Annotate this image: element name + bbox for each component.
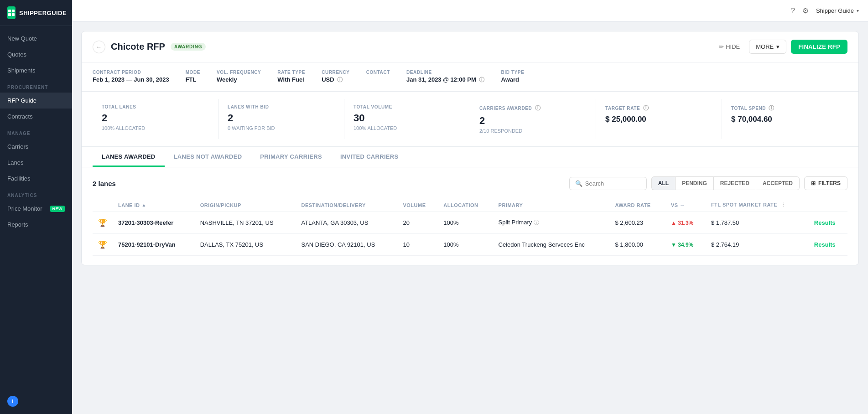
sidebar-item-price-monitor[interactable]: Price Monitor NEW [0, 201, 72, 217]
row-award-rate-2: $ 1,800.00 [609, 234, 665, 256]
th-lane-id: LANE ID ▲ [113, 198, 195, 212]
filters-button[interactable]: ⊞ FILTERS [804, 176, 847, 190]
th-destination: DESTINATION/DELIVERY [296, 198, 397, 212]
stat-total-spend: TOTAL SPEND ⓘ $ 70,004.60 [722, 99, 847, 139]
meta-deadline: DEADLINE Jan 31, 2023 @ 12:00 PM ⓘ [406, 70, 485, 84]
stat-total-volume: TOTAL VOLUME 30 100% ALLOCATED [344, 99, 470, 139]
row-volume-2: 10 [397, 234, 438, 256]
column-menu-icon[interactable]: ⋮ [781, 202, 786, 207]
sidebar-nav: New Quote Quotes Shipments PROCUREMENT R… [0, 26, 72, 396]
filter-rejected-button[interactable]: REJECTED [713, 176, 756, 190]
section-procurement: PROCUREMENT [0, 78, 72, 93]
stat-lanes-with-bid: LANES WITH BID 2 0 WAITING FOR BID [218, 99, 344, 139]
split-primary-info-icon[interactable]: ⓘ [534, 219, 539, 226]
rfp-card: ← Chicote RFP AWARDING ✏ HIDE MORE ▾ FIN… [81, 31, 859, 265]
finalize-rfp-button[interactable]: FINALIZE RFP [791, 40, 847, 54]
settings-icon[interactable]: ⚙ [802, 6, 809, 15]
th-volume: VOLUME [397, 198, 438, 212]
chevron-down-icon: ▾ [857, 8, 859, 13]
info-icon[interactable]: i [7, 396, 18, 407]
th-actions [809, 198, 847, 212]
search-icon: 🔍 [575, 180, 582, 187]
page-content: ← Chicote RFP AWARDING ✏ HIDE MORE ▾ FIN… [72, 22, 868, 414]
trophy-icon: 🏆 [98, 219, 107, 227]
th-award-rate: AWARD RATE [609, 198, 665, 212]
help-icon[interactable]: ? [791, 7, 795, 15]
topbar: ? ⚙ Shipper Guide ▾ [72, 0, 868, 22]
lanes-table: LANE ID ▲ ORIGIN/PICKUP DESTINATION/DELI… [93, 198, 847, 256]
th-ftl-spot: FTL SPOT MARKET RATE ⋮ [706, 198, 809, 212]
filter-pending-button[interactable]: PENDING [675, 176, 713, 190]
tab-lanes-not-awarded[interactable]: LANES NOT AWARDED [165, 147, 251, 167]
sidebar: SHIPPERGUIDE New Quote Quotes Shipments … [0, 0, 72, 414]
more-button[interactable]: MORE ▾ [749, 40, 786, 54]
target-rate-info-icon[interactable]: ⓘ [643, 105, 649, 111]
rfp-header-actions: ✏ HIDE MORE ▾ FINALIZE RFP [714, 40, 847, 54]
sidebar-item-shipments[interactable]: Shipments [0, 62, 72, 78]
row-ftl-1: $ 1,787.50 [706, 212, 809, 234]
row-origin-1: NASHVILLE, TN 37201, US [195, 212, 296, 234]
meta-contact: CONTACT [366, 70, 390, 76]
user-menu[interactable]: Shipper Guide ▾ [816, 7, 859, 14]
row-vs-2: ▼ 34.9% [665, 234, 706, 256]
chevron-down-icon: ▾ [776, 43, 780, 50]
sidebar-item-quotes[interactable]: Quotes [0, 47, 72, 62]
section-manage: MANAGE [0, 124, 72, 139]
sidebar-item-facilities[interactable]: Facilities [0, 171, 72, 186]
sidebar-item-carriers[interactable]: Carriers [0, 139, 72, 155]
row-destination-2: SAN DIEGO, CA 92101, US [296, 234, 397, 256]
sort-icon: ▲ [142, 202, 146, 207]
sidebar-item-reports[interactable]: Reports [0, 217, 72, 233]
tab-invited-carriers[interactable]: INVITED CARRIERS [331, 147, 408, 167]
currency-info-icon[interactable]: ⓘ [337, 77, 343, 83]
total-spend-info-icon[interactable]: ⓘ [769, 105, 774, 111]
back-button[interactable]: ← [93, 41, 105, 53]
trophy-icon: 🏆 [98, 241, 107, 248]
table-row: 🏆 37201-30303-Reefer NASHVILLE, TN 37201… [93, 212, 847, 234]
tab-primary-carriers[interactable]: PRIMARY CARRIERS [251, 147, 331, 167]
sidebar-item-lanes[interactable]: Lanes [0, 155, 72, 171]
tabs-row: LANES AWARDED LANES NOT AWARDED PRIMARY … [82, 147, 858, 167]
sidebar-item-new-quote[interactable]: New Quote [0, 31, 72, 47]
main-area: ? ⚙ Shipper Guide ▾ ← Chicote RFP AWARDI… [72, 0, 868, 414]
app-logo: SHIPPERGUIDE [0, 0, 72, 26]
table-header: LANE ID ▲ ORIGIN/PICKUP DESTINATION/DELI… [93, 198, 847, 212]
row-origin-2: DALLAS, TX 75201, US [195, 234, 296, 256]
row-trophy-1: 🏆 [93, 212, 113, 234]
row-vs-1: ▲ 31.3% [665, 212, 706, 234]
meta-currency: CURRENCY USD ⓘ [322, 70, 349, 84]
row-action-1[interactable]: Results [809, 212, 847, 234]
rfp-title: Chicote RFP [111, 41, 165, 52]
sidebar-item-contracts[interactable]: Contracts [0, 109, 72, 124]
results-link-2[interactable]: Results [814, 241, 836, 248]
deadline-info-icon[interactable]: ⓘ [479, 77, 484, 83]
stat-total-lanes: TOTAL LANES 2 100% ALLOCATED [93, 99, 218, 139]
svg-rect-1 [12, 10, 15, 12]
table-area: 2 lanes 🔍 ALL PENDING REJECTED ACCEPTED [82, 167, 858, 265]
new-badge: NEW [50, 206, 65, 212]
table-body: 🏆 37201-30303-Reefer NASHVILLE, TN 37201… [93, 212, 847, 256]
carriers-info-icon[interactable]: ⓘ [535, 105, 541, 111]
search-input[interactable] [585, 180, 641, 187]
filter-all-button[interactable]: ALL [651, 176, 675, 190]
sidebar-item-rfp-guide[interactable]: RFP Guide [0, 93, 72, 109]
filter-accepted-button[interactable]: ACCEPTED [756, 176, 800, 190]
hide-button[interactable]: ✏ HIDE [714, 41, 744, 53]
svg-rect-0 [8, 10, 11, 12]
row-lane-id-1: 37201-30303-Reefer [113, 212, 195, 234]
rfp-status-badge: AWARDING [171, 43, 206, 51]
rfp-header: ← Chicote RFP AWARDING ✏ HIDE MORE ▾ FIN… [82, 31, 858, 62]
row-award-rate-1: $ 2,600.23 [609, 212, 665, 234]
meta-contract-period: CONTRACT PERIOD Feb 1, 2023 — Jun 30, 20… [93, 70, 169, 83]
meta-bid-type: BID TYPE Award [501, 70, 524, 83]
results-link-1[interactable]: Results [814, 219, 836, 226]
app-name: SHIPPERGUIDE [19, 10, 67, 16]
row-action-2[interactable]: Results [809, 234, 847, 256]
th-origin: ORIGIN/PICKUP [195, 198, 296, 212]
th-allocation: ALLOCATION [438, 198, 493, 212]
tab-lanes-awarded[interactable]: LANES AWARDED [93, 147, 165, 167]
search-box: 🔍 [569, 177, 647, 190]
stat-target-rate: TARGET RATE ⓘ $ 25,000.00 [596, 99, 722, 139]
meta-mode: MODE FTL [186, 70, 200, 83]
filter-icon: ⊞ [811, 180, 816, 186]
